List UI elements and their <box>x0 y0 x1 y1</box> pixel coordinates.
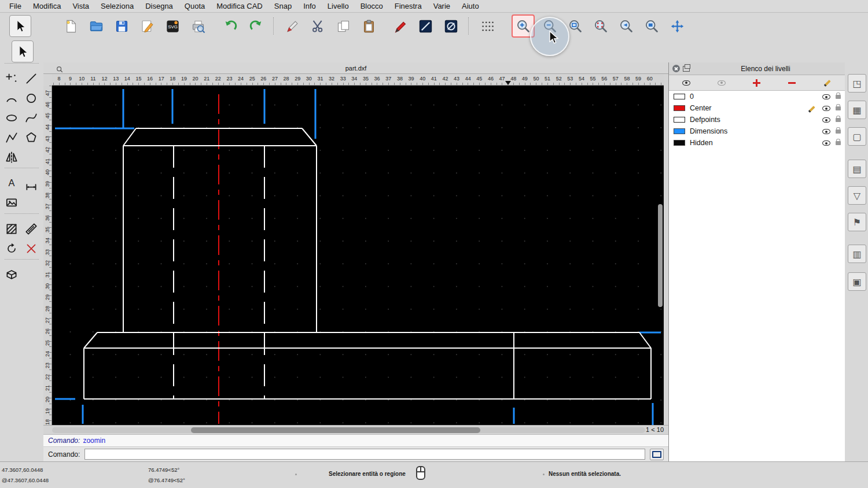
default-action-button[interactable] <box>9 15 31 37</box>
circle-attributes-button[interactable] <box>440 16 461 36</box>
zoom-window-button[interactable] <box>641 16 662 36</box>
menu-info[interactable]: Info <box>297 2 322 10</box>
paste-button[interactable] <box>358 16 379 36</box>
export-svg-button[interactable]: SVG <box>162 16 183 36</box>
ellipse-tool-button[interactable] <box>2 108 21 128</box>
layer-visibility-icon[interactable] <box>822 117 830 123</box>
undo-button[interactable] <box>220 16 241 36</box>
cut-button[interactable] <box>307 16 328 36</box>
command-options-button[interactable] <box>650 449 664 460</box>
zoom-out-button[interactable] <box>539 16 560 36</box>
dock-pen-palette-icon[interactable]: ⚑ <box>848 213 866 231</box>
horizontal-scrollbar-thumb[interactable] <box>191 427 480 433</box>
layer-row-defpoints[interactable]: Defpoints <box>669 114 845 125</box>
close-panel-icon[interactable] <box>672 65 680 72</box>
menu-seleziona[interactable]: Seleziona <box>95 2 139 10</box>
pen-attributes-button[interactable] <box>389 16 410 36</box>
hide-all-layers-button[interactable] <box>707 76 737 89</box>
edit-layer-button[interactable] <box>812 76 843 89</box>
menu-quota[interactable]: Quota <box>179 2 211 10</box>
menu-modifica[interactable]: Modifica <box>27 2 67 10</box>
circle-tool-button[interactable] <box>21 88 41 108</box>
line-tool-button[interactable] <box>21 69 41 88</box>
dimension-tool-button[interactable] <box>21 173 41 193</box>
spline-tool-button[interactable] <box>21 108 41 128</box>
zoom-pan-button[interactable] <box>667 16 687 36</box>
new-file-button[interactable] <box>60 16 81 36</box>
dock-clipboard-icon[interactable]: ▣ <box>848 272 866 291</box>
menu-modifica-cad[interactable]: Modifica CAD <box>211 2 268 10</box>
document-titlebar[interactable]: part.dxf <box>43 62 668 74</box>
layer-visibility-icon[interactable] <box>822 141 830 146</box>
dock-layer-list-icon[interactable]: ▢ <box>848 127 866 146</box>
add-layer-button[interactable] <box>742 76 772 89</box>
dock-block-list-icon[interactable]: ▦ <box>848 101 866 119</box>
zoom-previous-button[interactable] <box>616 16 637 36</box>
save-as-button[interactable] <box>137 16 157 36</box>
menu-livello[interactable]: Livello <box>322 2 355 10</box>
menu-varie[interactable]: Varie <box>428 2 456 10</box>
mirror-tool-button[interactable] <box>2 147 21 167</box>
select-arrow-icon <box>13 19 28 34</box>
open-file-button[interactable] <box>86 16 106 36</box>
layer-visibility-icon[interactable] <box>822 129 830 134</box>
menu-finestra[interactable]: Finestra <box>389 2 428 10</box>
print-preview-button[interactable] <box>187 16 208 36</box>
layer-lock-icon[interactable] <box>836 95 841 99</box>
selection-pointer-button[interactable] <box>12 40 34 62</box>
zoom-redraw-button[interactable] <box>590 16 611 36</box>
pen-tool-button[interactable] <box>282 16 303 36</box>
snap-tool-button[interactable] <box>21 239 41 258</box>
polyline-tool-button[interactable] <box>2 128 21 147</box>
menu-aiuto[interactable]: Aiuto <box>456 2 485 10</box>
menu-disegna[interactable]: Disegna <box>139 2 179 10</box>
grid-toggle-button[interactable] <box>477 16 498 36</box>
layer-visibility-icon[interactable] <box>822 106 830 111</box>
layer-color-swatch[interactable] <box>674 105 685 111</box>
layer-color-swatch[interactable] <box>674 140 685 146</box>
zoom-in-button[interactable] <box>512 14 535 38</box>
command-input[interactable] <box>84 449 645 460</box>
dock-command-history-icon[interactable]: ▥ <box>848 245 866 263</box>
modify-tool-button[interactable] <box>2 239 21 258</box>
copy-button[interactable] <box>333 16 354 36</box>
layer-color-swatch[interactable] <box>674 94 685 99</box>
layer-visibility-icon[interactable] <box>822 94 830 99</box>
arc-tool-button[interactable] <box>2 88 21 108</box>
cad-canvas[interactable] <box>52 86 664 425</box>
layer-row-hidden[interactable]: Hidden <box>669 137 845 149</box>
layer-color-swatch[interactable] <box>674 128 685 134</box>
menu-file[interactable]: File <box>3 2 27 10</box>
horizontal-scrollbar-track[interactable] <box>52 427 645 433</box>
menu-vista[interactable]: Vista <box>67 2 95 10</box>
layer-name: Hidden <box>690 139 713 147</box>
solid-tool-button[interactable] <box>2 265 21 284</box>
polygon-tool-button[interactable] <box>21 128 41 147</box>
layer-row-center[interactable]: Center <box>669 102 845 114</box>
menu-snap[interactable]: Snap <box>269 2 297 10</box>
layer-lock-icon[interactable] <box>836 141 841 145</box>
layer-lock-icon[interactable] <box>836 118 841 122</box>
layer-color-swatch[interactable] <box>674 117 685 123</box>
layer-lock-icon[interactable] <box>836 130 841 134</box>
menu-blocco[interactable]: Blocco <box>355 2 389 10</box>
redo-button[interactable] <box>245 16 266 36</box>
point-tool-button[interactable] <box>2 69 21 88</box>
hatch-tool-button[interactable] <box>2 219 21 239</box>
float-panel-icon[interactable] <box>683 66 690 72</box>
show-all-layers-button[interactable] <box>671 76 701 89</box>
measure-tool-button[interactable] <box>21 219 41 239</box>
image-tool-button[interactable] <box>2 193 21 213</box>
layer-row-dimensions[interactable]: Dimensions <box>669 125 845 137</box>
dock-filter-icon[interactable]: ▽ <box>848 186 866 205</box>
layer-lock-icon[interactable] <box>836 106 841 110</box>
vertical-scrollbar[interactable] <box>658 204 663 307</box>
dock-entity-list-icon[interactable]: ▤ <box>848 160 866 178</box>
zoom-auto-button[interactable] <box>565 16 586 36</box>
dock-appearance-icon[interactable]: ◳ <box>848 74 866 93</box>
save-button[interactable] <box>111 16 132 36</box>
text-tool-button[interactable]: A <box>2 173 21 193</box>
line-attributes-button[interactable] <box>415 16 436 36</box>
remove-layer-button[interactable] <box>777 76 807 89</box>
layer-row-0[interactable]: 0 <box>669 91 845 102</box>
